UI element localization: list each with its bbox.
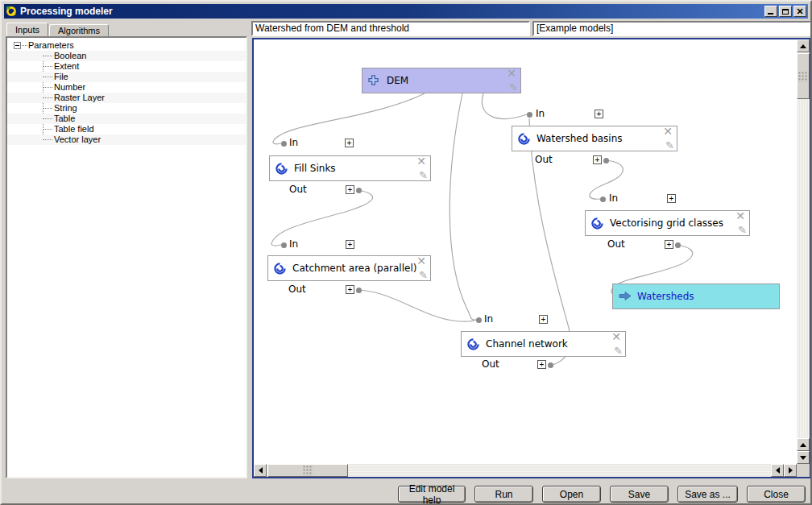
tree-item-label: Extent: [54, 61, 79, 72]
open-button[interactable]: Open: [542, 486, 601, 503]
tree-item-extent[interactable]: Extent: [7, 61, 246, 72]
out-port-dot: [356, 288, 362, 293]
scroll-left-button-right[interactable]: [771, 464, 784, 477]
scroll-down-button[interactable]: [797, 451, 810, 464]
tree-item-table[interactable]: Table: [7, 114, 246, 124]
titlebar[interactable]: Processing modeler ✕: [4, 4, 808, 19]
scroll-right-button[interactable]: [784, 464, 797, 477]
expand-out-icon[interactable]: +: [346, 185, 354, 194]
saga-gear-icon: [276, 163, 288, 175]
in-port-label: In: [609, 192, 618, 204]
expand-in-icon[interactable]: +: [345, 139, 354, 147]
tree-item-vector-layer[interactable]: Vector layer: [7, 135, 246, 145]
wire-dem-channel: [450, 93, 476, 320]
tree-item-label: String: [54, 103, 77, 114]
tree-item-label: File: [54, 72, 68, 82]
tree-item-label: Table: [54, 114, 75, 124]
vertical-scrollbar-thumb[interactable]: [797, 53, 810, 99]
wire-catchment-channel: [358, 290, 476, 321]
node-vectorising-label: Vectorising grid classes: [610, 217, 723, 229]
window-title: Processing modeler: [20, 6, 763, 17]
tree-stub: [22, 45, 27, 46]
tree-item-string[interactable]: String: [7, 103, 246, 114]
arrow-up-icon: [800, 44, 806, 48]
vertical-scrollbar-track[interactable]: [797, 39, 810, 464]
delete-node-icon[interactable]: ✕: [416, 155, 426, 168]
edit-node-icon[interactable]: ✎: [419, 170, 428, 181]
delete-node-icon[interactable]: ✕: [416, 255, 426, 267]
expand-out-icon[interactable]: +: [593, 155, 602, 164]
maximize-button[interactable]: [779, 6, 792, 17]
edit-node-icon[interactable]: ✎: [665, 140, 674, 151]
out-port-label: Out: [289, 184, 307, 195]
tab-inputs[interactable]: Inputs: [6, 23, 48, 37]
plus-icon: [368, 75, 379, 85]
node-channel-label: Channel network: [486, 338, 568, 350]
arrow-right-icon: [619, 291, 632, 301]
saga-gear-icon: [518, 133, 530, 145]
node-watersheds-output[interactable]: Watersheds: [612, 284, 780, 309]
model-name-input[interactable]: Watershed from DEM and threshold: [251, 21, 530, 36]
scroll-up-button-bottom[interactable]: [797, 438, 810, 451]
out-port-label: Out: [482, 358, 499, 370]
collapse-expander-icon[interactable]: [14, 42, 21, 49]
tree-item-file[interactable]: File: [7, 72, 246, 82]
save-as-button[interactable]: Save as ...: [677, 486, 738, 503]
edit-node-icon[interactable]: ✎: [419, 270, 428, 281]
tab-inputs-label: Inputs: [15, 25, 39, 35]
minimize-button[interactable]: [764, 6, 777, 17]
delete-node-icon[interactable]: ✕: [507, 67, 516, 80]
horizontal-scrollbar-thumb[interactable]: [267, 464, 348, 477]
expand-in-icon[interactable]: +: [594, 110, 603, 118]
delete-node-icon[interactable]: ✕: [663, 125, 673, 138]
in-port-dot: [600, 197, 606, 202]
expand-out-icon[interactable]: +: [665, 240, 673, 249]
node-catchment-area[interactable]: Catchment area (parallel) ✕ ✎: [267, 255, 431, 281]
scroll-up-button[interactable]: [797, 39, 810, 52]
delete-node-icon[interactable]: ✕: [611, 330, 621, 343]
node-fill-sinks[interactable]: Fill Sinks ✕ ✎: [269, 155, 431, 181]
out-port-label: Out: [288, 284, 306, 295]
close-dialog-button[interactable]: Close: [747, 486, 806, 503]
saga-gear-icon: [467, 338, 479, 350]
tree-item-parameters[interactable]: Parameters: [7, 40, 246, 51]
wire-watershedbasins-vectorising: [590, 160, 623, 199]
expand-in-icon[interactable]: +: [346, 240, 354, 249]
expand-out-icon[interactable]: +: [346, 285, 354, 294]
tree-item-raster-layer[interactable]: Raster Layer: [7, 93, 246, 103]
edit-model-help-button[interactable]: Edit model help: [398, 486, 466, 503]
arrow-left-icon: [259, 467, 263, 474]
scrollbar-corner: [797, 464, 810, 477]
edit-node-icon[interactable]: ✎: [614, 346, 623, 357]
expand-in-icon[interactable]: +: [667, 194, 676, 203]
save-button[interactable]: Save: [610, 486, 669, 503]
tree-item-label: Parameters: [28, 40, 74, 51]
scroll-left-button[interactable]: [254, 464, 267, 477]
model-group-input[interactable]: [Example models]: [532, 21, 811, 36]
run-button[interactable]: Run: [474, 486, 533, 503]
model-canvas[interactable]: DEM ✕ ✎ In + Fill Sinks ✕ ✎ Out + In +: [252, 38, 811, 478]
edit-node-icon[interactable]: ✎: [738, 225, 747, 236]
saga-gear-icon: [274, 263, 286, 275]
node-vectorising-grid-classes[interactable]: Vectorising grid classes ✕ ✎: [585, 210, 750, 236]
arrow-right-icon: [789, 467, 793, 474]
inputs-tree-panel: Parameters Boolean Extent File Number Ra…: [6, 36, 247, 478]
close-button[interactable]: ✕: [793, 6, 806, 17]
tree-item-number[interactable]: Number: [7, 82, 246, 93]
out-port-dot: [603, 158, 609, 164]
expand-in-icon[interactable]: +: [539, 315, 548, 324]
node-catchment-label: Catchment area (parallel): [292, 263, 416, 274]
node-dem[interactable]: DEM ✕ ✎: [362, 68, 521, 93]
tree-item-table-field[interactable]: Table field: [7, 124, 246, 135]
tab-algorithms[interactable]: Algorithms: [49, 24, 109, 37]
delete-node-icon[interactable]: ✕: [735, 209, 745, 222]
arrow-down-icon: [800, 456, 806, 460]
tree-item-boolean[interactable]: Boolean: [7, 51, 246, 61]
tree-item-label: Boolean: [54, 51, 86, 61]
edit-node-icon[interactable]: ✎: [509, 82, 518, 93]
arrow-left-icon: [776, 467, 780, 474]
node-channel-network[interactable]: Channel network ✕ ✎: [461, 331, 626, 357]
node-watershed-basins[interactable]: Watershed basins ✕ ✎: [512, 126, 677, 151]
expand-out-icon[interactable]: +: [537, 360, 546, 369]
in-port-label: In: [484, 313, 493, 325]
